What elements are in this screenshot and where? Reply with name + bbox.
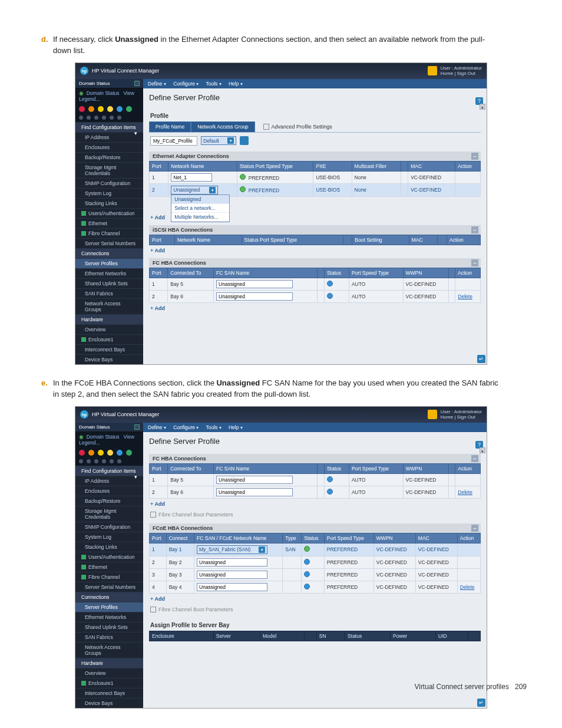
sidebar-item-nag[interactable]: Network Access Groups [75,642,143,658]
ok-icon[interactable] [126,106,132,112]
fcoe-row-2[interactable]: 2Bay 2 PREFERREDVC-DEFINEDVC-DEFINED [150,556,481,568]
dd-option-multiple[interactable]: Multiple Networks... [171,213,229,222]
home-signout-links[interactable]: Home | Sign Out [441,71,482,77]
sidebar-hardware-header[interactable]: Hardware [75,658,143,668]
menu-help[interactable]: Help [229,424,243,430]
sidebar-item-sanfab[interactable]: SAN Fabrics [75,632,143,642]
sidebar-item-stacking[interactable]: Stacking Links [75,198,143,208]
fcoe-name-3[interactable] [197,571,267,579]
minor-icon[interactable] [98,450,104,456]
sidebar-item-storage[interactable]: Storage Mgmt Credentials [75,162,143,178]
fc2-name-1[interactable] [216,476,293,484]
fc-delete-link[interactable]: Delete [458,294,472,299]
fcoe-delete-link[interactable]: Delete [460,584,475,590]
collapse-icon[interactable]: – [471,153,478,160]
collapse-icon[interactable]: – [471,455,478,462]
sidebar-item-enclosures[interactable]: Enclosures [75,486,143,496]
fcoe-fibre-params-checkbox[interactable]: Fibre Channel Boot Parameters [149,604,481,615]
menu-configure[interactable]: Configure [173,424,199,430]
sidebar-item-eth[interactable]: Ethernet [75,218,143,228]
menu-configure[interactable]: Configure [173,81,199,87]
critical-icon[interactable] [79,450,85,456]
fcoe-name-2[interactable] [197,558,267,566]
major-icon[interactable] [88,450,94,456]
sidebar-item-users[interactable]: Users/Authentication [75,208,143,218]
sidebar-item-nag[interactable]: Network Access Groups [75,298,143,314]
fc-row-1[interactable]: 1Bay 5 AUTOVC-DEFINED [150,278,481,290]
fc-row-2[interactable]: 2Bay 6 AUTOVC-DEFINED Delete [150,290,481,302]
eth-row-2[interactable]: 2 Unassigned▾ Unassigned Select a networ… [150,183,481,196]
sidebar-item-sanfab[interactable]: SAN Fabrics [75,288,143,298]
sidebar-item-backup[interactable]: Backup/Restore [75,496,143,506]
sidebar-item-backup[interactable]: Backup/Restore [75,152,143,162]
menu-define[interactable]: Define [148,81,166,87]
fc2-delete-link[interactable]: Delete [458,489,472,495]
sidebar-item-ip[interactable]: IP Address [75,476,143,486]
apply-button[interactable]: ↵ [477,699,485,707]
sidebar-item-stacking[interactable]: Stacking Links [75,542,143,552]
advanced-profile-checkbox[interactable]: Advanced Profile Settings [262,121,333,132]
sidebar-connections-header[interactable]: Connections [75,248,143,258]
sidebar-item-server-profiles[interactable]: Server Profiles [75,258,143,268]
sidebar-connections-header[interactable]: Connections [75,592,143,602]
sidebar-item-server-profiles[interactable]: Server Profiles [75,602,143,612]
fc-name-input-2[interactable] [216,292,293,301]
sidebar-item-ethnet[interactable]: Ethernet Networks [75,268,143,278]
eth-net-dropdown[interactable]: Unassigned▾ [171,186,218,195]
minor-icon[interactable] [98,106,104,112]
eth-row-1[interactable]: 1 PREFERRED USE-BIOS None VC-DEFINED [150,171,481,183]
iscsi-add-link[interactable]: Add [149,245,166,256]
critical-icon[interactable] [79,106,85,112]
sidebar-item-intercon[interactable]: Interconnect Bays [75,688,143,698]
sidebar-item-fc[interactable]: Fibre Channel [75,228,143,238]
sidebar-item-storage[interactable]: Storage Mgmt Credentials [75,506,143,522]
domain-status-link[interactable]: Domain Status [87,90,120,96]
sidebar-item-serial[interactable]: Server Serial Numbers [75,582,143,592]
dd-option-unassigned[interactable]: Unassigned [171,195,229,204]
warning-small-icon[interactable] [107,106,113,112]
nag-action-button[interactable] [240,136,249,145]
sidebar-item-enclosure1[interactable]: Enclosure1 [75,334,143,344]
fcoe-name-dropdown-1[interactable]: My_SAN_Fabric (SAN)▾ [197,545,267,554]
sidebar-item-ethnet[interactable]: Ethernet Networks [75,612,143,622]
profile-name-input[interactable] [150,136,197,146]
sidebar-item-sus[interactable]: Shared Uplink Sets [75,622,143,632]
sidebar-item-intercon[interactable]: Interconnect Bays [75,344,143,354]
tab-profile-name[interactable]: Profile Name [149,121,191,132]
fc2-add-link[interactable]: Add [149,499,166,509]
sidebar-item-overview[interactable]: Overview [75,668,143,678]
fc2-name-2[interactable] [216,488,293,496]
sidebar-item-sus[interactable]: Shared Uplink Sets [75,278,143,288]
sidebar-item-users[interactable]: Users/Authentication [75,552,143,562]
fc2-row-2[interactable]: 2Bay 6 AUTOVC-DEFINED Delete [150,486,481,498]
fc2-fibre-params-checkbox[interactable]: Fibre Channel Boot Parameters [149,509,481,520]
sidebar-item-enclosure1[interactable]: Enclosure1 [75,678,143,688]
fcoe-name-4[interactable] [197,583,267,591]
scroll-up-icon[interactable]: ▴ [480,104,485,110]
sidebar-item-devbays[interactable]: Device Bays [75,698,143,708]
eth-add-link[interactable]: Add [149,212,166,223]
domain-status-link[interactable]: Domain Status [87,434,120,440]
collapse-icon[interactable] [134,424,140,430]
sidebar-item-snmp[interactable]: SNMP Configuration [75,178,143,188]
warning-small-icon[interactable] [107,450,113,456]
sidebar-item-fc[interactable]: Fibre Channel [75,572,143,582]
sidebar-item-ip[interactable]: IP Address [75,132,143,142]
fc-add-link[interactable]: Add [149,303,166,314]
sidebar-item-snmp[interactable]: SNMP Configuration [75,522,143,532]
fcoe-add-link[interactable]: Add [149,594,166,604]
fc2-row-1[interactable]: 1Bay 5 AUTOVC-DEFINED [150,473,481,486]
find-config-header[interactable]: Find Configuration Items ▾ [75,466,143,476]
nag-select[interactable]: Default▾ [201,136,236,145]
fcoe-row-3[interactable]: 3Bay 3 PREFERREDVC-DEFINEDVC-DEFINED [150,568,481,581]
sidebar-item-enclosures[interactable]: Enclosures [75,142,143,152]
fc-name-input-1[interactable] [216,280,293,288]
menu-define[interactable]: Define [148,424,166,430]
info-icon[interactable] [117,106,123,112]
fcoe-row-4[interactable]: 4Bay 4 PREFERREDVC-DEFINEDVC-DEFINED Del… [150,581,481,593]
menu-help[interactable]: Help [229,81,243,87]
sidebar-item-overview[interactable]: Overview [75,324,143,334]
fcoe-row-1[interactable]: 1Bay 1 My_SAN_Fabric (SAN)▾ SAN PREFERRE… [150,543,481,556]
scroll-up-icon[interactable]: ▴ [480,447,485,453]
info-icon[interactable] [117,450,123,456]
